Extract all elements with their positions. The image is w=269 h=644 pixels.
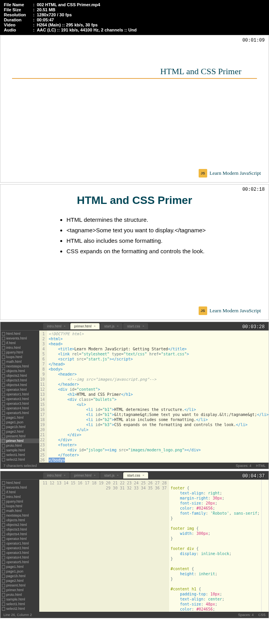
editor-tab[interactable]: intro.html× [43, 323, 70, 329]
sidebar-file-item[interactable]: html.html [0, 331, 39, 336]
sidebar-file-item[interactable]: intro.html [0, 345, 39, 350]
bullet-item: HTML determines the structure. [66, 216, 253, 223]
sidebar-file-item[interactable]: intro.html [0, 494, 39, 499]
editor-tab[interactable]: primer.html× [70, 323, 100, 329]
sidebar-file-item[interactable]: objects2.html [0, 373, 39, 378]
file-icon [2, 537, 5, 541]
sidebar-file-item[interactable]: select2.html [0, 457, 39, 462]
sidebar-file-item[interactable]: objects.html [0, 518, 39, 522]
sidebar-file-item[interactable]: operator3.html [0, 401, 39, 406]
sidebar-file-item[interactable]: if.html [0, 490, 39, 494]
sidebar-file-item[interactable]: operator1.html [0, 392, 39, 397]
sidebar-file-item[interactable]: operator.html [0, 387, 39, 392]
sidebar-file-item[interactable]: jquery.html [0, 499, 39, 504]
sidebar-file-item[interactable]: jquery.html [0, 350, 39, 355]
editor-tab[interactable]: start.css× [123, 323, 148, 329]
sidebar-file-item[interactable]: objects3.html [0, 378, 39, 383]
bullet-list: HTML determines the structure.<tagname>S… [16, 216, 253, 254]
sidebar-file-item[interactable]: nextsteps.html [0, 513, 39, 518]
meta-label-video: Video [4, 23, 33, 27]
sidebar-file-item[interactable]: operator3.html [0, 550, 39, 555]
editor-tab[interactable]: primer.html× [70, 472, 100, 479]
editor-tab[interactable]: start.js× [100, 472, 122, 479]
sidebar-file-item[interactable]: page1.html [0, 564, 39, 569]
sidebar-file-item[interactable]: select2.html [0, 606, 39, 611]
file-icon [2, 481, 5, 485]
status-left: 7 characters selected [3, 464, 37, 468]
sidebar-file-item[interactable]: operator5.html [0, 560, 39, 564]
sidebar-file-item[interactable]: present.html [0, 583, 39, 588]
close-icon[interactable]: × [117, 473, 119, 477]
sidebar-file-item[interactable]: objects3.html [0, 527, 39, 532]
sidebar-file-item[interactable]: page1.json [0, 420, 39, 425]
sidebar-file-item[interactable]: ieevents.html [0, 485, 39, 490]
code-editor[interactable]: 1 2 3 4 5 6 7 8 9 10 11 12 13 14 15 16 1… [39, 331, 269, 463]
sidebar-file-item[interactable]: operator1.html [0, 541, 39, 546]
file-icon [2, 337, 5, 340]
file-icon [2, 509, 5, 513]
sidebar-file-item[interactable]: page2.html [0, 429, 39, 434]
sidebar-file-item[interactable]: if.html [0, 341, 39, 345]
sidebar-file-item[interactable]: math.html [0, 359, 39, 364]
sidebar-file-item[interactable]: proto.html [0, 443, 39, 448]
file-icon [2, 393, 5, 396]
editor-tab[interactable]: start.css× [123, 472, 148, 479]
close-icon[interactable]: × [143, 324, 145, 328]
sidebar-file-item[interactable]: operator4.html [0, 406, 39, 411]
status-item[interactable]: Spaces: 4 [236, 464, 251, 468]
sidebar-file-item[interactable]: math.html [0, 508, 39, 513]
sidebar-file-item[interactable]: primer.html [0, 439, 39, 443]
close-icon[interactable]: × [117, 324, 119, 328]
status-item[interactable]: CSS [258, 613, 266, 617]
file-icon [2, 332, 5, 336]
slide-footer: JS Learn Modern JavaScript [199, 306, 261, 315]
sidebar-file-item[interactable]: ieevents.html [0, 336, 39, 341]
close-icon[interactable]: × [94, 324, 96, 328]
sidebar-file-item[interactable]: select1.html [0, 453, 39, 457]
editor-tab[interactable]: intro.html× [43, 472, 70, 479]
file-icon [2, 453, 5, 457]
file-icon [2, 439, 5, 443]
close-icon[interactable]: × [94, 473, 96, 477]
sidebar-file-item[interactable]: nextsteps.html [0, 364, 39, 369]
sidebar-file-item[interactable]: sample.html [0, 597, 39, 602]
sidebar-file-item[interactable]: objects4.html [0, 532, 39, 536]
file-sidebar[interactable]: html.htmlieevents.htmlif.htmlintro.htmlj… [0, 480, 39, 612]
sidebar-file-item[interactable]: proto.html [0, 592, 39, 597]
sidebar-file-item[interactable]: present.html [0, 434, 39, 439]
code-content[interactable]: <!DOCTYPE html> <html> <head> <title>Lea… [47, 331, 269, 463]
file-icon [2, 491, 5, 494]
sidebar-file-item[interactable]: objects.html [0, 369, 39, 373]
file-sidebar[interactable]: html.htmlieevents.htmlif.htmlintro.htmlj… [0, 331, 39, 463]
sidebar-file-item[interactable]: operator5.html [0, 411, 39, 415]
sidebar-file-item[interactable]: loops.html [0, 504, 39, 508]
status-item[interactable]: HTML [256, 464, 266, 468]
sidebar-file-item[interactable]: select1.html [0, 602, 39, 606]
slide-heading: HTML and CSS Primer [16, 194, 253, 207]
sidebar-file-item[interactable]: operator.html [0, 536, 39, 541]
close-icon[interactable]: × [143, 473, 145, 477]
minimap[interactable] [261, 480, 269, 612]
sidebar-file-item[interactable]: page1.json [0, 569, 39, 574]
sidebar-file-item[interactable]: operator2.html [0, 397, 39, 401]
file-icon [2, 533, 5, 536]
sidebar-file-item[interactable]: page1b.html [0, 425, 39, 429]
close-icon[interactable]: × [64, 324, 66, 328]
sidebar-file-item[interactable]: objects2.html [0, 522, 39, 527]
sidebar-file-item[interactable]: loops.html [0, 355, 39, 359]
sidebar-file-item[interactable]: page2.html [0, 578, 39, 583]
file-icon [2, 565, 5, 569]
sidebar-file-item[interactable]: operator2.html [0, 546, 39, 550]
editor-tab[interactable]: start.js× [100, 323, 122, 329]
close-icon[interactable]: × [64, 473, 66, 477]
sidebar-file-item[interactable]: primer.html [0, 588, 39, 592]
sidebar-file-item[interactable]: page1.html [0, 415, 39, 420]
sidebar-file-item[interactable]: page1b.html [0, 574, 39, 578]
sidebar-file-item[interactable]: objects4.html [0, 383, 39, 387]
code-content[interactable]: footer { text-align: right; margin-right… [169, 480, 261, 612]
status-item[interactable]: Spaces: 4 [238, 613, 253, 617]
code-editor[interactable]: 11 12 13 14 15 16 17 18 19 20 21 22 23 2… [39, 480, 269, 612]
sidebar-file-item[interactable]: sample.html [0, 448, 39, 453]
sidebar-file-item[interactable]: operator4.html [0, 555, 39, 560]
sidebar-file-item[interactable]: html.html [0, 480, 39, 485]
